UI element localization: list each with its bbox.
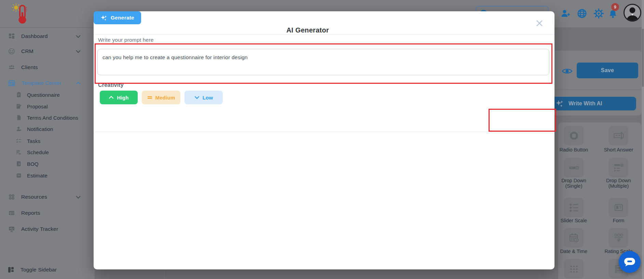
activity-tracker-icon	[8, 226, 15, 232]
sidebar-item-clients[interactable]: Clients	[0, 62, 95, 72]
sidebar-item-questionnaire[interactable]: Questionnaire	[0, 90, 95, 100]
slider-scale-icon	[568, 201, 580, 214]
sparkle-icon	[556, 99, 564, 108]
proposal-icon	[16, 103, 22, 109]
creativity-medium-button[interactable]: Medium	[142, 91, 180, 104]
palette-tile-label: Radio Button	[551, 147, 596, 152]
short-answer-icon	[613, 130, 625, 142]
user-avatar[interactable]	[624, 4, 641, 22]
estimate-card-icon	[16, 172, 22, 178]
panel-divider	[556, 90, 642, 90]
palette-tile-slider-scale[interactable]	[564, 198, 584, 217]
app-logo-thermometer-icon	[10, 2, 31, 25]
write-with-ai-button[interactable]: Write With AI	[543, 97, 636, 110]
thermometer-shape	[19, 5, 27, 24]
sparkle-icon	[100, 14, 107, 21]
palette-tile-short-answer[interactable]	[609, 126, 628, 145]
sidebar-item-label: Tasks	[27, 138, 40, 144]
matrix-dots-icon	[568, 264, 579, 275]
chevron-up-icon	[76, 82, 81, 85]
rating-scale-icon	[613, 232, 625, 244]
sidebar-item-dashboard[interactable]: Dashboard	[0, 31, 95, 41]
prompt-textarea[interactable]: can you help me to create a questionnair…	[97, 49, 549, 75]
sidebar-nav: Dashboard CRM Clients Template Center Qu…	[0, 28, 95, 279]
sidebar-item-resources[interactable]: Resources	[0, 192, 95, 202]
palette-tile-form[interactable]	[609, 198, 628, 217]
palette-tile-label: Drop Down(Multiple)	[596, 178, 641, 189]
palette-tile-label: Date & Time	[551, 249, 596, 254]
ai-generator-modal: AI Generator Write your prompt here can …	[94, 11, 554, 269]
sidebar-item-notification[interactable]: Notification	[0, 124, 95, 134]
template-center-icon	[8, 80, 15, 87]
chevron-down-icon	[76, 196, 81, 199]
sidebar-item-template-center[interactable]: Template Center	[0, 78, 95, 88]
sidebar-item-tasks[interactable]: Tasks	[0, 136, 95, 146]
generate-button[interactable]: Generate	[94, 11, 141, 24]
sidebar-item-terms-and-conditions[interactable]: Terms And Conditions	[0, 112, 95, 123]
date-time-calendar-icon	[568, 232, 580, 244]
preview-eye-icon[interactable]	[562, 67, 573, 75]
toggle-sidebar-icon	[8, 266, 14, 273]
globe-language-icon[interactable]	[577, 8, 587, 19]
content-divider	[164, 269, 164, 279]
sidebar-item-label: BOQ	[27, 161, 39, 167]
dashboard-icon	[8, 33, 15, 40]
toggle-sidebar-label: Toggle Sidebar	[20, 267, 57, 273]
sidebar-item-reports[interactable]: Reports	[0, 208, 95, 218]
sidebar-item-schedule[interactable]: Schedule	[0, 147, 95, 157]
chat-bubble-icon	[624, 257, 636, 267]
palette-tile-label: Drop Down(Single)	[551, 178, 596, 189]
sidebar-item-boq[interactable]: $ BOQ	[0, 159, 95, 169]
creativity-high-button[interactable]: High	[100, 91, 138, 104]
close-icon[interactable]	[534, 18, 545, 28]
toggle-sidebar-button[interactable]: Toggle Sidebar	[0, 265, 95, 275]
chevron-up-icon	[109, 96, 114, 99]
palette-tile-radio-button[interactable]	[564, 126, 584, 145]
sidebar-item-label: Terms And Conditions	[27, 115, 78, 121]
boq-book-icon: $	[16, 161, 22, 167]
generate-label: Generate	[111, 15, 134, 21]
chevron-down-icon	[194, 96, 200, 99]
schedule-gantt-icon	[16, 149, 22, 155]
chevron-down-icon	[76, 35, 81, 38]
creativity-medium-label: Medium	[155, 95, 175, 101]
sidebar-item-proposal[interactable]: Proposal	[0, 101, 95, 111]
write-with-ai-label: Write With AI	[568, 101, 602, 107]
save-button[interactable]: Save	[577, 63, 638, 78]
sidebar-item-estimate[interactable]: Estimate	[0, 170, 95, 181]
palette-tile-rating-scale[interactable]	[609, 228, 628, 248]
palette-tile-matrix[interactable]	[564, 259, 584, 279]
resources-icon	[8, 194, 15, 200]
sidebar-item-label: Estimate	[27, 173, 47, 178]
palette-tile-date-time[interactable]	[564, 228, 584, 248]
modal-body-divider	[94, 132, 554, 132]
prompt-label: Write your prompt here	[98, 37, 154, 43]
creativity-low-button[interactable]: Low	[184, 91, 223, 104]
palette-tile-dropdown-single[interactable]	[564, 158, 584, 177]
creativity-high-label: High	[117, 95, 128, 101]
add-user-icon[interactable]	[560, 8, 571, 18]
sidebar-item-label: Questionnaire	[27, 92, 60, 98]
palette-tile-dropdown-multiple[interactable]	[609, 158, 628, 177]
dropdown-single-icon	[568, 162, 580, 174]
scrollbar-thumb[interactable]	[642, 29, 644, 87]
terms-file-icon	[16, 115, 22, 121]
palette-tile-label: Slider Scale	[551, 218, 596, 223]
modal-header-divider	[94, 34, 554, 35]
reports-table-icon	[8, 210, 15, 216]
radio-button-icon	[569, 131, 579, 141]
questionnaire-icon	[16, 92, 22, 98]
modal-title: AI Generator	[94, 26, 554, 34]
svg-text:$: $	[18, 162, 20, 165]
sidebar-item-label: CRM	[21, 48, 33, 54]
chat-widget-button[interactable]	[619, 251, 641, 273]
creativity-label: Creativity	[98, 82, 124, 88]
form-icon	[613, 202, 625, 213]
sidebar-item-crm[interactable]: CRM	[0, 46, 95, 56]
sidebar-item-label: Activity Tracker	[21, 226, 58, 232]
sun-icon	[12, 3, 20, 12]
chevron-down-icon	[76, 50, 81, 53]
sidebar-item-activity-tracker[interactable]: Activity Tracker	[0, 224, 95, 234]
sidebar-item-label: Clients	[21, 64, 38, 70]
settings-gear-icon[interactable]	[593, 8, 604, 19]
